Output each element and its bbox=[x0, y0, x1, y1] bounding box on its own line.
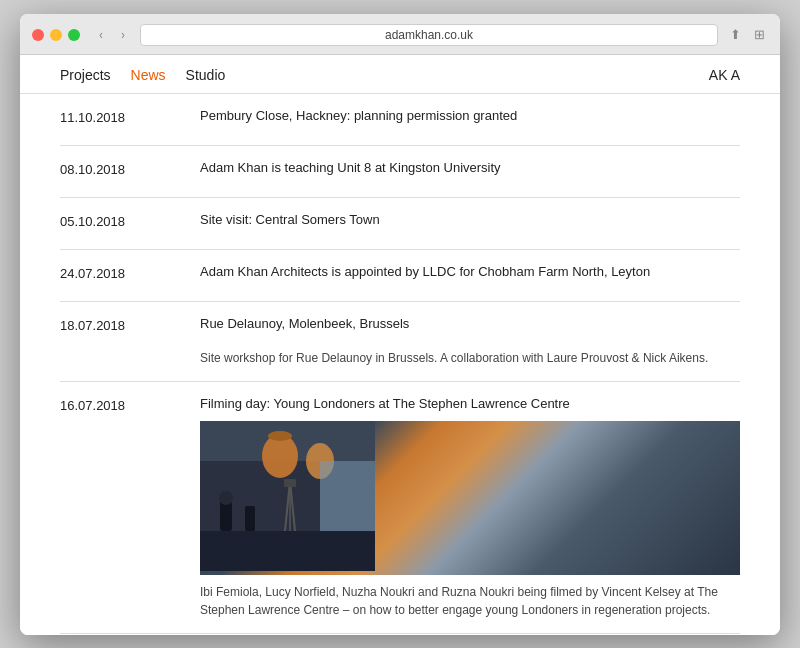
share-icon[interactable]: ⬆ bbox=[726, 26, 744, 44]
news-item: 05.10.2018 Site visit: Central Somers To… bbox=[60, 198, 740, 250]
maximize-button[interactable] bbox=[68, 29, 80, 41]
site-nav-left: Projects News Studio bbox=[60, 67, 709, 83]
news-date: 16.07.2018 bbox=[60, 396, 180, 619]
browser-icons: ⬆ ⊞ bbox=[726, 26, 768, 44]
news-title[interactable]: Rue Delaunoy, Molenbeek, Brussels bbox=[200, 316, 740, 331]
news-title[interactable]: Site visit: Central Somers Town bbox=[200, 212, 740, 227]
close-button[interactable] bbox=[32, 29, 44, 41]
news-body: Adam Khan Architects is appointed by LLD… bbox=[200, 264, 740, 287]
news-date: 05.10.2018 bbox=[60, 212, 180, 235]
page-content: Projects News Studio AK A 11.10.2018 Pem… bbox=[20, 55, 780, 635]
minimize-button[interactable] bbox=[50, 29, 62, 41]
news-date: 11.10.2018 bbox=[60, 108, 180, 131]
news-title[interactable]: Adam Khan Architects is appointed by LLD… bbox=[200, 264, 740, 279]
svg-point-16 bbox=[219, 491, 233, 505]
svg-rect-13 bbox=[200, 531, 375, 571]
news-body: Rue Delaunoy, Molenbeek, Brussels bbox=[200, 316, 740, 367]
svg-rect-21 bbox=[284, 479, 296, 487]
news-body: Adam Khan is teaching Unit 8 at Kingston… bbox=[200, 160, 740, 183]
news-item: 08.10.2018 Adam Khan is teaching Unit 8 … bbox=[60, 146, 740, 198]
news-item: 18.07.2018 Rue Delaunoy, Molenbeek, Brus… bbox=[60, 302, 740, 382]
svg-rect-15 bbox=[220, 501, 232, 531]
news-item: 16.07.2018 Filming day: Young Londoners … bbox=[60, 382, 740, 634]
site-nav-right: AK A bbox=[709, 67, 740, 83]
news-body: Site visit: Central Somers Town bbox=[200, 212, 740, 235]
address-bar[interactable]: adamkhan.co.uk bbox=[140, 24, 718, 46]
back-button[interactable]: ‹ bbox=[92, 26, 110, 44]
svg-point-11 bbox=[268, 431, 292, 441]
nav-news[interactable]: News bbox=[131, 67, 166, 83]
news-item: 11.10.2018 Pembury Close, Hackney: plann… bbox=[60, 94, 740, 146]
news-date: 18.07.2018 bbox=[60, 316, 180, 367]
forward-button[interactable]: › bbox=[114, 26, 132, 44]
svg-rect-14 bbox=[320, 461, 375, 531]
nav-projects[interactable]: Projects bbox=[60, 67, 111, 83]
news-title[interactable]: Adam Khan is teaching Unit 8 at Kingston… bbox=[200, 160, 740, 175]
new-tab-icon[interactable]: ⊞ bbox=[750, 26, 768, 44]
browser-chrome: ‹ › adamkhan.co.uk ⬆ ⊞ bbox=[20, 14, 780, 55]
news-image-wrapper bbox=[200, 421, 740, 575]
nav-studio[interactable]: Studio bbox=[186, 67, 226, 83]
traffic-lights bbox=[32, 29, 80, 41]
svg-rect-17 bbox=[245, 506, 255, 531]
news-caption: Ibi Femiola, Lucy Norfield, Nuzha Noukri… bbox=[200, 583, 740, 619]
news-title[interactable]: Filming day: Young Londoners at The Step… bbox=[200, 396, 740, 411]
news-caption: Site workshop for Rue Delaunoy in Brusse… bbox=[200, 349, 740, 367]
news-date: 08.10.2018 bbox=[60, 160, 180, 183]
news-body: Filming day: Young Londoners at The Step… bbox=[200, 396, 740, 619]
stephen-image bbox=[200, 421, 740, 575]
site-nav: Projects News Studio AK A bbox=[20, 55, 780, 94]
browser-window: ‹ › adamkhan.co.uk ⬆ ⊞ Projects News Stu… bbox=[20, 14, 780, 635]
news-list: 11.10.2018 Pembury Close, Hackney: plann… bbox=[20, 94, 780, 634]
news-date: 24.07.2018 bbox=[60, 264, 180, 287]
nav-buttons: ‹ › bbox=[92, 26, 132, 44]
news-body: Pembury Close, Hackney: planning permiss… bbox=[200, 108, 740, 131]
site-initials: AK A bbox=[709, 67, 740, 83]
news-item: 24.07.2018 Adam Khan Architects is appoi… bbox=[60, 250, 740, 302]
news-title[interactable]: Pembury Close, Hackney: planning permiss… bbox=[200, 108, 740, 123]
